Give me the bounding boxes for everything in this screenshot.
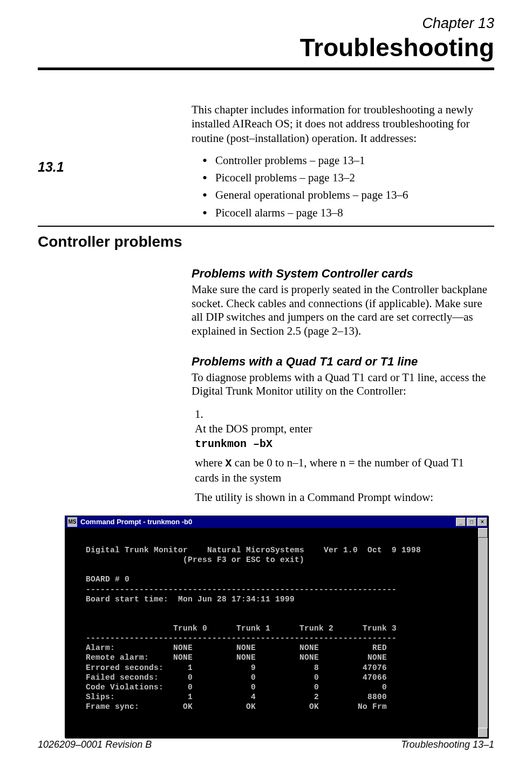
- terminal-output: Digital Trunk Monitor Natural MicroSyste…: [65, 528, 488, 737]
- step-text: At the DOS prompt, enter: [195, 422, 312, 435]
- subsection-title: Problems with System Controller cards: [192, 267, 494, 281]
- chapter-label: Chapter 13: [38, 15, 494, 32]
- section-title: Controller problems: [38, 233, 494, 250]
- step-text: The utility is shown in a Command Prompt…: [195, 490, 486, 505]
- subsection-title: Problems with a Quad T1 card or T1 line: [192, 355, 494, 369]
- window-titlebar: MS Command Prompt - trunkmon -b0 _ □ ×: [65, 516, 488, 528]
- minimize-button[interactable]: _: [456, 518, 466, 526]
- scrollbar[interactable]: ▲▼: [478, 528, 488, 737]
- chapter-title: Troubleshooting: [38, 33, 494, 62]
- footer-left: 1026209–0001 Revision B: [38, 739, 152, 750]
- divider-thin: [38, 226, 494, 227]
- divider-thick: [38, 67, 494, 70]
- scroll-down-button[interactable]: ▼: [478, 728, 488, 737]
- section-number: 13.1: [38, 159, 192, 175]
- code-variable: X: [226, 457, 232, 470]
- body-paragraph: To diagnose problems with a Quad T1 card…: [192, 371, 494, 398]
- list-item: General operational problems – page 13–6: [202, 187, 494, 202]
- list-item: Controller problems – page 13–1: [202, 153, 494, 168]
- code-command: trunkmon –bX: [195, 438, 272, 450]
- step-number: 1.: [195, 407, 216, 422]
- intro-paragraph: This chapter includes information for tr…: [192, 103, 494, 145]
- body-paragraph: Make sure the card is properly seated in…: [192, 283, 494, 338]
- step-text: can be 0 to n–1, where n = the number of…: [195, 456, 464, 484]
- window-title: Command Prompt - trunkmon -b0: [79, 518, 455, 526]
- list-item: Picocell problems – page 13–2: [202, 170, 494, 185]
- step-text: where: [195, 456, 226, 469]
- footer-right: Troubleshooting 13–1: [401, 739, 494, 750]
- scroll-up-button[interactable]: ▲: [478, 528, 488, 538]
- command-prompt-window: MS Command Prompt - trunkmon -b0 _ □ × D…: [65, 516, 488, 738]
- close-button[interactable]: ×: [478, 518, 487, 526]
- maximize-button[interactable]: □: [467, 518, 476, 526]
- msdos-icon: MS: [67, 517, 77, 527]
- list-item: Picocell alarms – page 13–8: [202, 205, 494, 220]
- numbered-step: 1. At the DOS prompt, enter trunkmon –bX…: [195, 407, 494, 505]
- bullet-list: Controller problems – page 13–1 Picocell…: [202, 153, 494, 220]
- page-footer: 1026209–0001 Revision B Troubleshooting …: [38, 739, 494, 750]
